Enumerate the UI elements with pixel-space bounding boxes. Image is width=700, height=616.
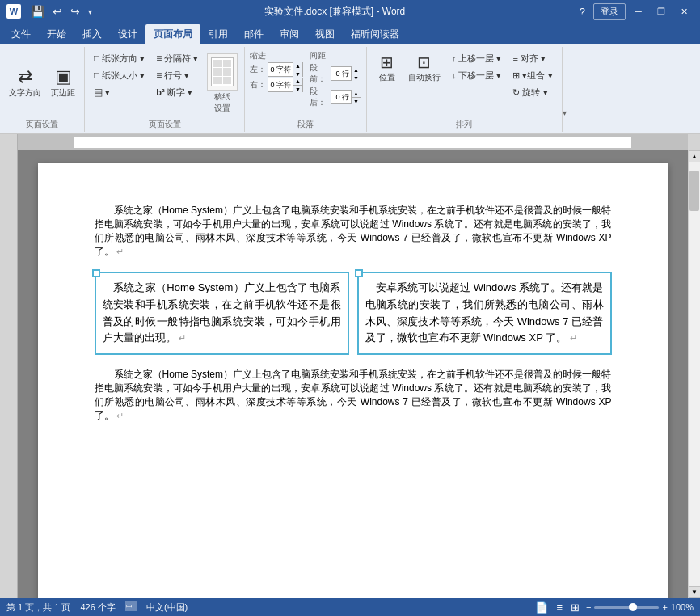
ribbon-content: ⇄ 文字方向 ▣ 页边距 页面设置 □ 纸张方向 (0, 44, 700, 134)
word-app-icon: W (6, 4, 21, 19)
arrange-group-label: 排列 (456, 117, 472, 130)
margins-button[interactable]: ▣ 页边距 (47, 64, 79, 103)
auto-wrap-button[interactable]: ⊡ 自动换行 (404, 50, 445, 87)
indent-right-up[interactable]: ▲ (293, 78, 302, 85)
app-container: W 💾 ↩ ↪ ▾ 实验文件.docx [兼容模式] - Word ? 登录 ─… (0, 0, 700, 616)
ribbon-group-arrange: ⊞ 位置 ⊡ 自动换行 ↑ 上移一层 ▾ ↓ (367, 47, 563, 132)
zoom-in-button[interactable]: + (662, 602, 667, 612)
ruler-side-right (688, 134, 700, 150)
align-button[interactable]: ≡ 对齐 ▾ (508, 50, 556, 66)
tab-layout[interactable]: 页面布局 (145, 24, 200, 44)
doc-scroll-area[interactable]: 系统之家（Home System）广义上包含了电脑系统安装和手机系统安装，在之前… (18, 150, 688, 598)
arrange-small-buttons: ↑ 上移一层 ▾ ↓ 下移一层 ▾ (448, 50, 506, 83)
paragraph-1: 系统之家（Home System）广义上包含了电脑系统安装和手机系统安装，在之前… (95, 204, 612, 259)
minimize-button[interactable]: ─ (629, 4, 648, 19)
view-read-button[interactable]: ≡ (555, 601, 564, 614)
text-direction-button[interactable]: ⇄ 文字方向 (5, 64, 45, 103)
ribbon-group-paragraph: 缩进 左： 0 字符 ▲ ▼ 右： (245, 47, 367, 132)
tab-home[interactable]: 开始 (39, 24, 74, 44)
page-info: 第 1 页，共 1 页 (6, 601, 70, 614)
tab-file[interactable]: 文件 (3, 24, 39, 44)
tab-insert[interactable]: 插入 (74, 24, 110, 44)
svg-text:中: 中 (126, 603, 133, 610)
orientation-button[interactable]: □ 纸张方向 ▾ (90, 50, 149, 66)
help-button[interactable]: ? (575, 6, 590, 18)
rotate-icon: ↻ (512, 87, 520, 98)
indent-left-row: 左： 0 字符 ▲ ▼ (250, 62, 303, 77)
bring-forward-icon: ↑ (452, 53, 457, 63)
spacing-before-up[interactable]: ▲ (352, 66, 361, 74)
line-numbers-button[interactable]: ≡ 行号 ▾ (152, 67, 202, 83)
tab-review[interactable]: 审阅 (272, 24, 307, 44)
zoom-level[interactable]: 100% (671, 602, 694, 612)
indent-left-spinbox[interactable]: 0 字符 ▲ ▼ (268, 62, 303, 77)
text-direction-icon: ⇄ (18, 68, 32, 86)
hyphenation-button[interactable]: b² 断字 ▾ (152, 84, 202, 100)
save-quick-button[interactable]: 💾 (27, 3, 48, 19)
tab-design[interactable]: 设计 (110, 24, 145, 44)
vertical-scrollbar[interactable]: ▲ ▼ (688, 150, 700, 598)
signin-button[interactable]: 登录 (593, 3, 626, 20)
undo-quick-button[interactable]: ↩ (49, 3, 65, 19)
spacing-after-up[interactable]: ▲ (352, 90, 361, 97)
indent-right-down[interactable]: ▼ (293, 85, 302, 92)
view-web-button[interactable]: ⊞ (569, 601, 581, 614)
send-backward-button[interactable]: ↓ 下移一层 ▾ (448, 67, 506, 83)
tab-mailings[interactable]: 邮件 (236, 24, 272, 44)
window-title: 实验文件.docx [兼容模式] - Word (95, 5, 575, 19)
page-setup-label: 页面设置 (26, 117, 58, 130)
indent-right-label: 右： (250, 79, 266, 91)
ribbon-tabs: 文件 开始 插入 设计 页面布局 引用 邮件 审阅 视图 福昕阅读器 (0, 23, 700, 44)
scroll-up-button[interactable]: ▲ (689, 150, 701, 162)
group-button[interactable]: ⊞ ▾组合 ▾ (508, 67, 556, 83)
tab-references[interactable]: 引用 (200, 24, 236, 44)
ruler-side-left (0, 134, 18, 150)
columns-icon: ▤ (94, 86, 103, 98)
indent-left-up[interactable]: ▲ (293, 62, 302, 70)
spacing-before-spinbox[interactable]: 0 行 ▲ ▼ (331, 66, 361, 81)
view-print-button[interactable]: 📄 (533, 601, 550, 614)
title-bar: W 💾 ↩ ↪ ▾ 实验文件.docx [兼容模式] - Word ? 登录 ─… (0, 0, 700, 23)
ribbon-expand-button[interactable]: ▾ (563, 108, 567, 117)
tab-addins[interactable]: 福昕阅读器 (343, 24, 407, 44)
paper-controls-right: ≡ 分隔符 ▾ ≡ 行号 ▾ b² 断字 ▾ (152, 50, 202, 100)
hyphenation-icon: b² (156, 87, 164, 97)
textbox-right[interactable]: 安卓系统可以说超过 Windows 系统了。还有就是电脑系统的安装了，我们所熟悉… (357, 272, 612, 355)
paragraph-group-label: 段落 (297, 117, 314, 130)
zoom-out-button[interactable]: − (586, 602, 591, 612)
ruler-area (0, 134, 700, 150)
quick-access-toolbar: 💾 ↩ ↪ ▾ (27, 3, 95, 19)
textbox-left[interactable]: 系统之家（Home System）广义上包含了电脑系统安装和手机系统安装，在之前… (95, 272, 349, 355)
spacing-after-spinbox[interactable]: 0 行 ▲ ▼ (331, 90, 361, 104)
paragraph-2: 系统之家（Home System）广义上包含了电脑系统安装和手机系统安装，在之前… (95, 368, 612, 423)
redo-quick-button[interactable]: ↪ (67, 3, 83, 19)
status-right: 📄 ≡ ⊞ − + 100% (533, 601, 694, 614)
draft-paper-area: 稿纸 设置 (205, 50, 239, 116)
spacing-after-down[interactable]: ▼ (352, 97, 361, 104)
language-indicator: 中 (125, 601, 137, 613)
word-count: 426 个字 (80, 601, 115, 614)
spacing-before-down[interactable]: ▼ (352, 74, 361, 81)
spacing-after-row: 段后： 0 行 ▲ ▼ (310, 86, 361, 108)
language-icon: 中 (125, 601, 137, 611)
spacing-after-label: 段后： (310, 86, 329, 108)
close-button[interactable]: ✕ (674, 4, 694, 19)
indent-right-spinbox[interactable]: 0 字符 ▲ ▼ (268, 78, 303, 92)
columns-button[interactable]: ▤ ▾ (90, 84, 149, 100)
scroll-thumb[interactable] (689, 171, 699, 211)
main-area: 系统之家（Home System）广义上包含了电脑系统安装和手机系统安装，在之前… (0, 134, 700, 598)
bring-forward-button[interactable]: ↑ 上移一层 ▾ (448, 50, 506, 66)
ribbon-expand-area: ▾ (563, 47, 575, 132)
rotate-button[interactable]: ↻ 旋转 ▾ (508, 84, 556, 100)
scroll-down-button[interactable]: ▼ (689, 586, 701, 598)
indent-left-down[interactable]: ▼ (293, 70, 302, 77)
breaks-button[interactable]: ≡ 分隔符 ▾ (152, 50, 202, 66)
paper-size-button[interactable]: □ 纸张大小 ▾ (90, 67, 149, 83)
position-button[interactable]: ⊞ 位置 (372, 50, 403, 87)
zoom-slider[interactable] (594, 606, 659, 609)
status-bar: 第 1 页，共 1 页 426 个字 中 中文(中国) 📄 ≡ ⊞ − + 10… (0, 598, 700, 616)
tab-view[interactable]: 视图 (307, 24, 343, 44)
doc-left-gutter (0, 150, 18, 598)
restore-button[interactable]: ❐ (652, 4, 671, 19)
qa-more-button[interactable]: ▾ (85, 6, 95, 18)
